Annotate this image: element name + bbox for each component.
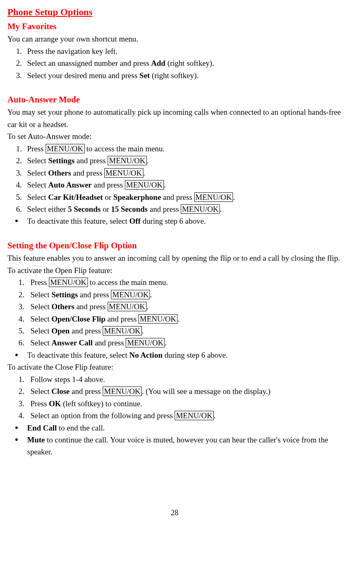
bold-ok: OK [49, 399, 61, 408]
text: Select your desired menu and press [27, 71, 139, 80]
boxed-menuok: MENU/OK [138, 314, 177, 324]
boxed-menuok: MENU/OK [103, 387, 142, 396]
text: Select [30, 338, 51, 347]
sec3a-step-5: Select Open and press MENU/OK. [26, 325, 342, 337]
sec1-step-2: Select an unassigned number and press Ad… [24, 57, 342, 69]
text: and press [78, 290, 111, 299]
sec3-lead1: To activate the Open Flip feature: [7, 264, 342, 276]
bold-open: Open [51, 326, 69, 335]
text: and press [70, 387, 103, 396]
text: or [101, 205, 111, 213]
text: to continue the call. Your voice is mute… [27, 435, 328, 456]
boxed-menuok: MENU/OK [181, 204, 220, 214]
text: Select [30, 315, 51, 323]
sec2-bullet-1: To deactivate this feature, select Off d… [15, 215, 342, 227]
bold-openclose: Open/Close Flip [51, 315, 105, 323]
heading-auto-answer: Auto-Answer Mode [7, 93, 342, 106]
text: to end the call. [57, 424, 105, 432]
text: during step 6 above. [141, 217, 206, 225]
text: Press [27, 144, 46, 153]
text: Select an option from the following and … [30, 411, 175, 420]
doc-title: Phone Setup Options [7, 5, 342, 20]
bold-mute: Mute [27, 435, 45, 444]
sec3b-bullet-mute: Mute to continue the call. Your voice is… [15, 434, 342, 458]
bold-settings: Settings [48, 156, 74, 165]
bold-others: Others [48, 169, 71, 177]
text: . [165, 338, 167, 347]
sec3a-step-1: Press MENU/OK to access the main menu. [26, 276, 342, 288]
heading-flip-option: Setting the Open/Close Flip Option [7, 239, 342, 252]
boxed-menuok: MENU/OK [175, 411, 214, 420]
text: and press [93, 338, 126, 347]
text: To deactivate this feature, select [27, 217, 129, 225]
bold-close: Close [51, 387, 69, 396]
text: (right softkey). [166, 59, 214, 67]
boxed-menuok: MENU/OK [194, 192, 233, 202]
sec1-step-1: Press the navigation key left. [24, 45, 342, 57]
bold-set: Set [139, 71, 150, 80]
text: . [150, 290, 152, 299]
sec3b-bullet-endcall: End Call to end the call. [15, 422, 342, 434]
boxed-menuok: MENU/OK [126, 338, 165, 347]
text: and press [147, 205, 181, 213]
sec3b-step-1: Follow steps 1-4 above. [26, 373, 342, 385]
sec3b-step-2: Select Close and press MENU/OK. (You wil… [26, 385, 342, 397]
sec2-lead: To set Auto-Answer mode: [7, 130, 342, 142]
bold-carkit: Car Kit/Headset [48, 193, 103, 201]
text: (left softkey) to continue. [61, 399, 142, 408]
boxed-menuok: MENU/OK [108, 302, 147, 311]
text: and press [106, 315, 139, 323]
bold-answercall: Answer Call [51, 338, 92, 347]
text: and press [75, 156, 108, 165]
sec1-step-3: Select your desired menu and press Set (… [24, 69, 342, 81]
bold-others: Others [51, 302, 74, 311]
text: . [214, 411, 216, 420]
bold-autoanswer: Auto Answer [48, 181, 92, 189]
text: . [177, 315, 180, 323]
text: . [164, 181, 166, 189]
bold-off: Off [129, 217, 141, 225]
text: Select [27, 181, 48, 189]
boxed-menuok: MENU/OK [125, 180, 164, 190]
text: . [147, 156, 149, 165]
text: Select [30, 326, 51, 335]
text: Select [27, 169, 48, 177]
text: and press [71, 169, 104, 177]
bold-15sec: 15 Seconds [111, 205, 147, 213]
sec2-step-1: Press MENU/OK to access the main menu. [24, 143, 342, 155]
sec3a-step-2: Select Settings and press MENU/OK. [26, 289, 342, 301]
bold-add: Add [151, 59, 166, 67]
text: Press [30, 399, 49, 408]
sec2-step-6: Select either 5 Seconds or 15 Seconds an… [24, 203, 342, 215]
text: . [147, 302, 149, 311]
sec3a-step-3: Select Others and press MENU/OK. [26, 301, 342, 313]
sec2-step-3: Select Others and press MENU/OK. [24, 167, 342, 179]
sec3a-bullet-1: To deactivate this feature, select No Ac… [15, 349, 342, 361]
text: Select [27, 193, 48, 201]
text: (right softkey). [150, 71, 199, 80]
boxed-menuok: MENU/OK [111, 290, 150, 299]
page-number: 28 [7, 507, 342, 519]
text: and press [92, 181, 125, 189]
text: to access the main menu. [88, 278, 168, 287]
boxed-menuok: MENU/OK [103, 326, 142, 336]
text: . (You will see a message on the display… [142, 387, 270, 396]
text: and press [70, 326, 103, 335]
text: during step 6 above. [162, 351, 228, 359]
text: Select [30, 387, 51, 396]
text: . [142, 326, 144, 335]
sec2-step-4: Select Auto Answer and press MENU/OK. [24, 179, 342, 191]
sec3a-step-4: Select Open/Close Flip and press MENU/OK… [26, 313, 342, 325]
text: . [220, 205, 222, 213]
text: Select [30, 302, 51, 311]
sec2-intro: You may set your phone to automatically … [7, 106, 342, 130]
text: Select either [27, 205, 68, 213]
text: Select an unassigned number and press [27, 59, 151, 67]
text: . [233, 193, 235, 201]
sec3a-step-6: Select Answer Call and press MENU/OK. [26, 337, 342, 349]
sec3b-step-3: Press OK (left softkey) to continue. [26, 398, 342, 410]
text: Press the navigation key left. [27, 47, 117, 56]
sec2-step-5: Select Car Kit/Headset or Speakerphone a… [24, 191, 342, 203]
sec2-step-2: Select Settings and press MENU/OK. [24, 155, 342, 167]
bold-5sec: 5 Seconds [68, 205, 101, 213]
